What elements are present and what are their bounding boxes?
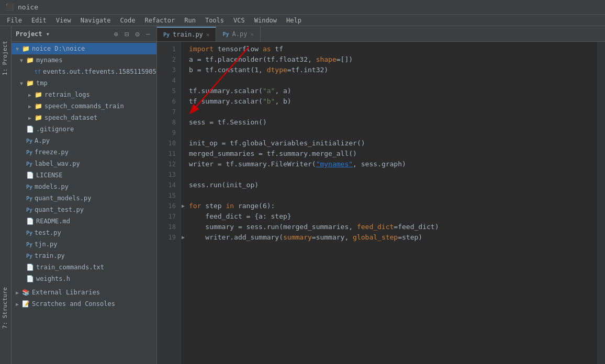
tree-label-traincommands: train_commands.txt bbox=[36, 264, 104, 271]
project-panel: Project ▾ ⊕ ⊟ ⚙ − ▼ 📁 noice D:\noice ▼ 📁… bbox=[12, 26, 157, 364]
menu-refactor[interactable]: Refactor bbox=[140, 16, 179, 25]
tree-label-modelspy: models.py bbox=[35, 183, 69, 190]
tab-bar: Py train.py ✕ Py A.py ✕ bbox=[157, 26, 605, 42]
tab-close-apy[interactable]: ✕ bbox=[250, 31, 254, 38]
editor-content: 1 2 3 4 5 6 7 8 9 10 11 12 13 14 15 16 1 bbox=[157, 42, 605, 364]
menu-help[interactable]: Help bbox=[282, 16, 306, 25]
tree-item-tjnpy[interactable]: Py tjn.py bbox=[12, 238, 156, 250]
side-tab-structure[interactable]: 7: Structure bbox=[0, 283, 11, 333]
tf-icon: tf bbox=[35, 69, 41, 75]
add-content-button[interactable]: ⊕ bbox=[111, 29, 120, 39]
tree-item-readme[interactable]: 📄 README.md bbox=[12, 215, 156, 227]
code-line-5: tf.summary.scalar("a", a) bbox=[189, 86, 598, 96]
code-area[interactable]: import tensorflow as tf a = tf.placehold… bbox=[181, 42, 598, 364]
tree-item-gitignore[interactable]: 📄 .gitignore bbox=[12, 123, 156, 135]
tree-label-mynames: mynames bbox=[36, 56, 63, 64]
tree-item-modelspy[interactable]: Py models.py bbox=[12, 181, 156, 192]
code-line-17: feed_dict = {a: step} bbox=[189, 211, 598, 222]
tree-item-trainpy[interactable]: Py train.py bbox=[12, 250, 156, 261]
menu-tools[interactable]: Tools bbox=[201, 16, 228, 25]
close-panel-button[interactable]: − bbox=[144, 29, 152, 39]
tree-label-speech-commands: speech_commands_train bbox=[44, 103, 124, 110]
layout-button[interactable]: ⊟ bbox=[122, 29, 131, 39]
menu-edit[interactable]: Edit bbox=[27, 16, 51, 25]
menu-view[interactable]: View bbox=[52, 16, 75, 25]
code-line-6: tf.summary.scalar("b", b) bbox=[189, 96, 598, 107]
window-icon: ⬛ bbox=[5, 3, 14, 11]
file-icon-readme: 📄 bbox=[26, 218, 34, 225]
tab-close-trainpy[interactable]: ✕ bbox=[206, 31, 210, 38]
file-icon-license: 📄 bbox=[26, 172, 34, 179]
py-icon-labelwavpy: Py bbox=[26, 161, 32, 167]
tab-label-apy: A.py bbox=[232, 30, 248, 38]
tree-item-license[interactable]: 📄 LICENSE bbox=[12, 169, 156, 181]
tree-label-apy: A.py bbox=[35, 137, 50, 144]
main-content: 1: Project 7: Structure Project ▾ ⊕ ⊟ ⚙ … bbox=[0, 26, 605, 364]
project-toolbar: Project ▾ ⊕ ⊟ ⚙ − bbox=[12, 26, 156, 42]
code-line-10: init_op = tf.global_variables_initialize… bbox=[189, 138, 598, 149]
code-line-15 bbox=[189, 190, 598, 201]
window-title: noice bbox=[18, 3, 38, 11]
tree-label-scratches: Scratches and Consoles bbox=[32, 300, 115, 308]
tree-item-weightsh[interactable]: 📄 weights.h bbox=[12, 273, 156, 285]
menu-navigate[interactable]: Navigate bbox=[76, 16, 115, 25]
tab-trainpy[interactable]: Py train.py ✕ bbox=[157, 27, 216, 41]
project-panel-title: Project ▾ bbox=[16, 30, 109, 38]
settings-button[interactable]: ⚙ bbox=[133, 29, 141, 39]
menu-run[interactable]: Run bbox=[180, 16, 200, 25]
tree-item-apy[interactable]: Py A.py bbox=[12, 135, 156, 146]
tree-item-retrain-logs[interactable]: ▶ 📁 retrain_logs bbox=[12, 89, 156, 100]
tree-item-tfevents[interactable]: tf events.out.tfevents.1585115905 bbox=[12, 66, 156, 77]
code-line-3: b = tf.constant(1, dtype=tf.int32) bbox=[189, 65, 598, 75]
editor-scrollbar[interactable] bbox=[598, 42, 605, 364]
tree-item-quanttestpy[interactable]: Py quant_test.py bbox=[12, 204, 156, 215]
tree-arrow-mynames: ▼ bbox=[20, 58, 25, 63]
menu-code[interactable]: Code bbox=[116, 16, 140, 25]
tree-item-speech-commands[interactable]: ▶ 📁 speech_commands_train bbox=[12, 100, 156, 112]
py-icon-quanttestpy: Py bbox=[26, 207, 32, 213]
tree-item-labelwavpy[interactable]: Py label_wav.py bbox=[12, 158, 156, 169]
tree-arrow-tmp: ▼ bbox=[20, 81, 25, 86]
tree-item-mynames[interactable]: ▼ 📁 mynames bbox=[12, 54, 156, 66]
folder-icon-retrain-logs: 📁 bbox=[35, 91, 42, 98]
menu-file[interactable]: File bbox=[3, 16, 26, 25]
code-line-12: writer = tf.summary.FileWriter("mynames"… bbox=[189, 159, 598, 169]
tab-label-trainpy: train.py bbox=[173, 31, 203, 38]
folder-icon-speech-dataset: 📁 bbox=[35, 114, 42, 121]
code-line-18: summary = sess.run(merged_summaries, fee… bbox=[189, 222, 598, 232]
code-line-4 bbox=[189, 75, 598, 86]
tree-label-speech-dataset: speech_dataset bbox=[44, 114, 97, 121]
code-line-19: ▶ writer.add_summary(summary=summary, gl… bbox=[189, 232, 598, 243]
tree-item-testpy[interactable]: Py test.py bbox=[12, 227, 156, 238]
file-tree: ▼ 📁 noice D:\noice ▼ 📁 mynames tf events… bbox=[12, 42, 156, 364]
tree-item-traincommands[interactable]: 📄 train_commands.txt bbox=[12, 261, 156, 273]
tree-item-quantmodelspy[interactable]: Py quant_models.py bbox=[12, 192, 156, 204]
folder-icon-mynames: 📁 bbox=[26, 56, 34, 64]
tree-item-external-libraries[interactable]: ▶ 📚 External Libraries bbox=[12, 287, 156, 298]
py-icon-trainpy: Py bbox=[26, 253, 32, 259]
py-icon-testpy: Py bbox=[26, 230, 32, 236]
tree-arrow-speech-commands: ▶ bbox=[28, 104, 33, 109]
tab-icon-trainpy: Py bbox=[163, 32, 170, 38]
tree-item-speech-dataset[interactable]: ▶ 📁 speech_dataset bbox=[12, 112, 156, 123]
menu-vcs[interactable]: VCS bbox=[229, 16, 249, 25]
tree-item-tmp[interactable]: ▼ 📁 tmp bbox=[12, 77, 156, 89]
tree-label-readme: README.md bbox=[36, 218, 70, 225]
line-numbers: 1 2 3 4 5 6 7 8 9 10 11 12 13 14 15 16 1 bbox=[157, 42, 181, 364]
py-icon-freezepy: Py bbox=[26, 150, 32, 155]
tree-arrow-external: ▶ bbox=[16, 290, 21, 295]
tree-label-quantmodelspy: quant_models.py bbox=[35, 195, 91, 202]
tree-root-label: noice D:\noice bbox=[32, 45, 85, 52]
tree-label-external-libraries: External Libraries bbox=[32, 289, 100, 296]
code-line-8: sess = tf.Session() bbox=[189, 117, 598, 128]
tree-label-labelwavpy: label_wav.py bbox=[35, 160, 80, 167]
menu-window[interactable]: Window bbox=[250, 16, 281, 25]
py-icon-modelspy: Py bbox=[26, 184, 32, 190]
folder-icon-root: 📁 bbox=[22, 45, 30, 52]
tree-item-scratches[interactable]: ▶ 📝 Scratches and Consoles bbox=[12, 298, 156, 310]
tab-apy[interactable]: Py A.py ✕ bbox=[216, 27, 261, 41]
tree-root[interactable]: ▼ 📁 noice D:\noice bbox=[12, 43, 156, 54]
tree-label-gitignore: .gitignore bbox=[36, 126, 74, 133]
tree-item-freezepy[interactable]: Py freeze.py bbox=[12, 146, 156, 158]
side-tab-project[interactable]: 1: Project bbox=[0, 37, 11, 79]
